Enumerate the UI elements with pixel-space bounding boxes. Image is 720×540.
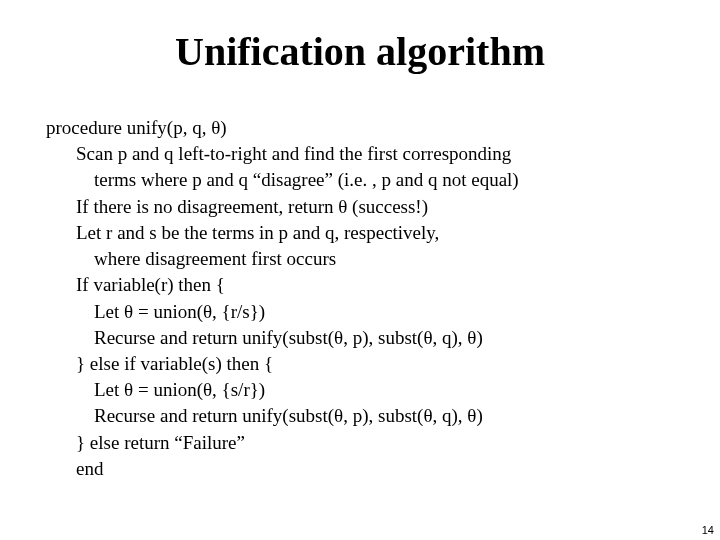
code-line: Let r and s be the terms in p and q, res…: [46, 220, 686, 246]
slide-body: procedure unify(p, q, θ) Scan p and q le…: [46, 115, 686, 482]
code-line: } else return “Failure”: [46, 430, 686, 456]
slide-title: Unification algorithm: [0, 28, 720, 75]
code-line: Recurse and return unify(subst(θ, p), su…: [46, 325, 686, 351]
code-line: If variable(r) then {: [46, 272, 686, 298]
page-number: 14: [702, 524, 714, 536]
code-line: Let θ = union(θ, {s/r}): [46, 377, 686, 403]
code-line: end: [46, 456, 686, 482]
slide: Unification algorithm procedure unify(p,…: [0, 0, 720, 540]
code-line: If there is no disagreement, return θ (s…: [46, 194, 686, 220]
code-line: terms where p and q “disagree” (i.e. , p…: [46, 167, 686, 193]
code-line: procedure unify(p, q, θ): [46, 115, 686, 141]
code-line: Scan p and q left-to-right and find the …: [46, 141, 686, 167]
code-line: where disagreement first occurs: [46, 246, 686, 272]
code-line: Let θ = union(θ, {r/s}): [46, 299, 686, 325]
code-line: } else if variable(s) then {: [46, 351, 686, 377]
code-line: Recurse and return unify(subst(θ, p), su…: [46, 403, 686, 429]
